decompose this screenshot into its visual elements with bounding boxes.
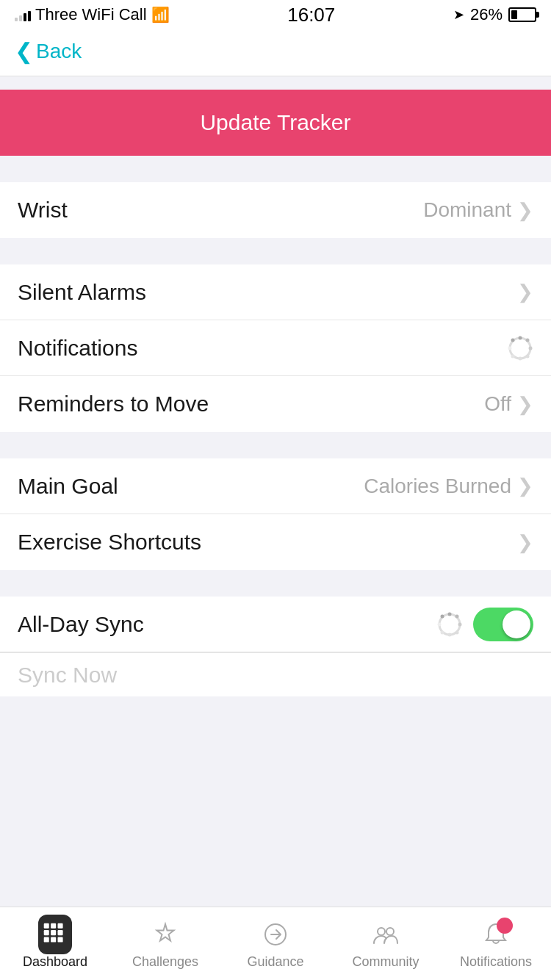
tab-community[interactable]: Community	[331, 907, 441, 980]
main-content: Update Tracker Wrist Dominant ❯ Silent A…	[0, 76, 551, 770]
svg-point-17	[441, 614, 444, 618]
svg-point-2	[526, 338, 530, 342]
svg-point-29	[386, 928, 394, 935]
exercise-shortcuts-chevron-icon: ❯	[517, 531, 533, 554]
svg-point-12	[458, 622, 462, 626]
notification-badge	[497, 918, 513, 934]
main-goal-chevron-icon: ❯	[517, 475, 533, 497]
all-day-sync-row[interactable]: All-Day Sync	[0, 597, 551, 652]
location-icon: ➤	[453, 7, 464, 23]
svg-point-10	[448, 612, 452, 616]
gap-1	[0, 156, 551, 182]
top-gap	[0, 76, 551, 90]
main-goal-value: Calories Burned	[364, 475, 511, 498]
battery-level: 26%	[470, 5, 503, 24]
svg-point-15	[441, 630, 444, 634]
exercise-shortcuts-label: Exercise Shortcuts	[18, 530, 201, 555]
notifications-right	[507, 335, 533, 361]
svg-point-4	[526, 354, 530, 358]
sync-group: All-Day Sync	[0, 597, 551, 696]
carrier-label: Three WiFi Call	[35, 5, 147, 24]
svg-point-1	[519, 336, 522, 339]
svg-rect-21	[44, 930, 49, 935]
svg-point-8	[511, 338, 515, 342]
tab-notifications[interactable]: Notifications	[441, 907, 551, 980]
svg-point-16	[438, 622, 442, 626]
svg-point-3	[529, 346, 533, 350]
status-bar: Three WiFi Call 📶 16:07 ➤ 26%	[0, 0, 551, 29]
main-goal-right: Calories Burned ❯	[364, 475, 533, 498]
community-icon	[369, 918, 403, 951]
reminders-value: Off	[484, 392, 511, 416]
wrist-right: Dominant ❯	[423, 198, 533, 222]
battery-icon	[508, 7, 536, 22]
svg-point-6	[511, 354, 515, 358]
guidance-tab-label: Guidance	[247, 954, 303, 970]
reminders-row[interactable]: Reminders to Move Off ❯	[0, 376, 551, 432]
notifications-tab-label: Notifications	[460, 954, 532, 970]
svg-point-11	[455, 614, 459, 618]
update-tracker-button[interactable]: Update Tracker	[0, 90, 551, 156]
update-tracker-section: Update Tracker	[0, 90, 551, 156]
signal-bars	[15, 8, 31, 21]
svg-rect-23	[58, 930, 63, 935]
main-goal-row[interactable]: Main Goal Calories Burned ❯	[0, 458, 551, 514]
reminders-right: Off ❯	[484, 392, 533, 416]
silent-alarms-chevron-icon: ❯	[517, 281, 533, 303]
challenges-tab-label: Challenges	[132, 954, 198, 970]
guidance-icon	[259, 918, 292, 951]
notifications-label: Notifications	[18, 336, 137, 361]
back-chevron-icon: ❮	[15, 38, 33, 64]
wrist-value: Dominant	[423, 198, 511, 222]
clock: 16:07	[287, 4, 335, 26]
back-label: Back	[36, 40, 82, 63]
dashboard-icon	[38, 918, 72, 951]
challenges-icon	[148, 918, 182, 951]
silent-alarms-right: ❯	[517, 281, 533, 303]
all-day-sync-toggle[interactable]	[473, 608, 533, 641]
svg-point-28	[378, 928, 385, 935]
svg-point-13	[455, 630, 459, 634]
goals-group: Main Goal Calories Burned ❯ Exercise Sho…	[0, 458, 551, 570]
wrist-group: Wrist Dominant ❯	[0, 182, 551, 238]
wrist-chevron-icon: ❯	[517, 199, 533, 222]
spinner-icon	[507, 335, 533, 361]
toggle-knob	[503, 610, 530, 638]
wrist-label: Wrist	[18, 198, 68, 223]
silent-alarms-label: Silent Alarms	[18, 280, 146, 305]
svg-rect-18	[44, 923, 49, 929]
svg-rect-24	[44, 937, 49, 943]
community-tab-label: Community	[352, 954, 419, 970]
tab-challenges[interactable]: Challenges	[110, 907, 220, 980]
sync-now-row[interactable]: Sync Now	[0, 652, 551, 696]
exercise-shortcuts-right: ❯	[517, 531, 533, 554]
svg-point-5	[519, 356, 522, 360]
gap-3	[0, 432, 551, 458]
svg-rect-25	[51, 937, 56, 943]
silent-alarms-row[interactable]: Silent Alarms ❯	[0, 264, 551, 320]
all-day-sync-label: All-Day Sync	[18, 612, 144, 637]
nav-bar: ❮ Back	[0, 29, 551, 76]
svg-rect-22	[51, 930, 56, 935]
alarms-group: Silent Alarms ❯ Notifications	[0, 264, 551, 432]
tab-guidance[interactable]: Guidance	[220, 907, 331, 980]
gap-4	[0, 570, 551, 597]
exercise-shortcuts-row[interactable]: Exercise Shortcuts ❯	[0, 514, 551, 570]
notifications-tab-icon	[479, 918, 513, 951]
main-goal-label: Main Goal	[18, 474, 118, 499]
status-right: ➤ 26%	[453, 5, 536, 24]
wifi-icon: 📶	[151, 6, 170, 24]
sync-spinner-icon	[436, 611, 463, 638]
gap-2	[0, 238, 551, 264]
tab-bar: Dashboard Challenges Guidance	[0, 907, 551, 980]
wrist-row[interactable]: Wrist Dominant ❯	[0, 182, 551, 238]
svg-point-7	[508, 346, 512, 350]
svg-point-14	[448, 633, 452, 636]
svg-rect-20	[58, 923, 63, 929]
notifications-row[interactable]: Notifications	[0, 320, 551, 376]
reminders-label: Reminders to Move	[18, 392, 209, 417]
tab-dashboard[interactable]: Dashboard	[0, 907, 110, 980]
reminders-chevron-icon: ❯	[517, 393, 533, 416]
sync-now-label: Sync Now	[18, 663, 117, 688]
back-button[interactable]: ❮ Back	[15, 38, 536, 64]
